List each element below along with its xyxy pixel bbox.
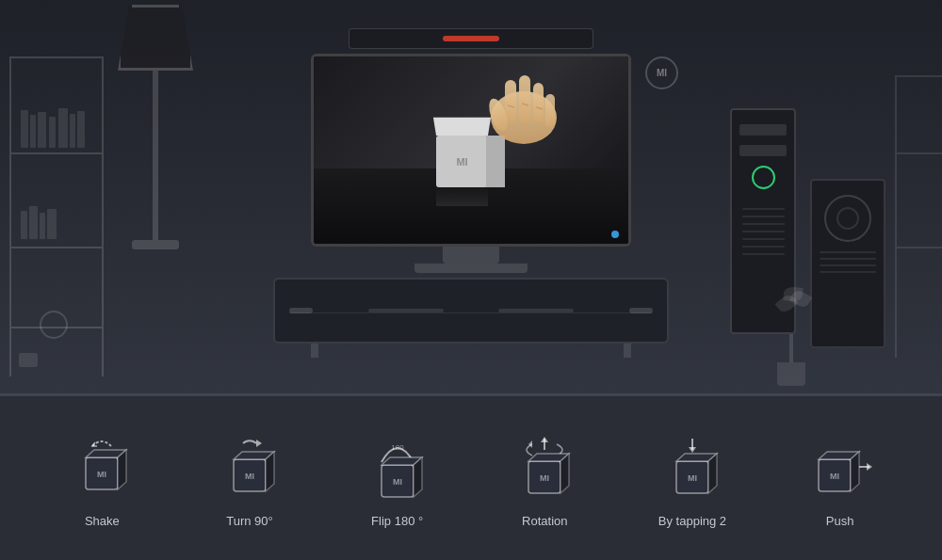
flip180-label: Flip 180 ° (371, 514, 423, 528)
tv-stand-neck (443, 247, 499, 264)
pc-power-button (752, 166, 775, 189)
speaker-cone (824, 195, 871, 242)
room-scene: MI MI (0, 0, 942, 395)
tv-screen: MI (314, 56, 628, 244)
pc-drive-1 (739, 124, 787, 136)
feature-tapping: MI By tapping 2 (641, 429, 744, 528)
turn90-icon-wrap: MI (217, 429, 283, 504)
tv-console (273, 278, 669, 344)
svg-rect-2 (519, 75, 530, 122)
svg-text:180: 180 (391, 443, 404, 452)
plant (772, 287, 810, 386)
shake-icon-wrap: MI (69, 429, 135, 504)
tv-frame: MI (311, 54, 631, 247)
svg-text:MI: MI (97, 470, 106, 479)
pc-drive-2 (739, 145, 787, 156)
tapping-icon-wrap: MI (659, 429, 725, 504)
rotation-label: Rotation (522, 514, 567, 528)
floor-line (0, 393, 942, 395)
svg-text:MI: MI (540, 473, 549, 483)
bookshelf-right (895, 75, 942, 358)
push-icon-wrap: MI (807, 429, 873, 504)
shake-label: Shake (85, 514, 120, 528)
push-label: Push (826, 514, 854, 528)
svg-text:MI: MI (245, 472, 254, 481)
tapping-icon: MI (659, 429, 725, 504)
svg-rect-3 (533, 83, 544, 122)
speaker-right (810, 179, 885, 348)
feature-rotation: MI Rotation (493, 429, 596, 528)
svg-text:MI: MI (688, 473, 697, 483)
feature-turn90: MI Turn 90° (198, 429, 301, 528)
console-leg-left (311, 344, 318, 358)
feature-flip180: 180 MI Flip 180 ° (346, 429, 449, 528)
feature-push: MI Push (788, 429, 892, 528)
tv-soundbar (349, 28, 593, 49)
console-line (289, 312, 653, 313)
bookshelf-left (9, 56, 104, 376)
flip180-icon: 180 MI (365, 429, 430, 504)
rotation-icon: MI (512, 429, 577, 504)
tv-indicator (611, 231, 619, 238)
feature-shake: MI Shake (50, 429, 154, 528)
tv-stand-base (414, 264, 528, 273)
svg-marker-18 (541, 437, 548, 442)
lamp (118, 5, 193, 249)
rotation-icon-wrap: MI (512, 429, 577, 504)
svg-text:MI: MI (393, 477, 402, 487)
hand-svg (453, 66, 566, 160)
svg-marker-22 (689, 447, 696, 453)
tv-unit: MI (273, 28, 669, 358)
push-icon: MI (807, 429, 873, 504)
svg-marker-25 (867, 463, 872, 471)
pc-vent (742, 208, 785, 283)
plant-stem (789, 334, 793, 362)
lamp-base (132, 240, 179, 249)
tv-content: MI (314, 56, 628, 244)
svg-marker-11 (256, 440, 262, 447)
svg-rect-4 (545, 94, 555, 127)
speaker-lines (820, 251, 876, 273)
console-leg-right (624, 344, 631, 358)
svg-rect-1 (505, 80, 516, 122)
shake-icon: MI (69, 429, 135, 504)
svg-text:MI: MI (830, 472, 839, 481)
features-panel: MI Shake MI Turn 90° (0, 395, 942, 560)
lamp-shade (118, 5, 193, 71)
turn90-label: Turn 90° (226, 514, 273, 528)
tv-console-legs (273, 344, 669, 358)
lamp-post (153, 71, 158, 240)
turn90-icon: MI (217, 429, 283, 504)
plant-pot (777, 362, 805, 386)
soundbar-led (443, 36, 499, 41)
flip180-icon-wrap: 180 MI (365, 429, 430, 504)
tapping-label: By tapping 2 (658, 514, 726, 528)
